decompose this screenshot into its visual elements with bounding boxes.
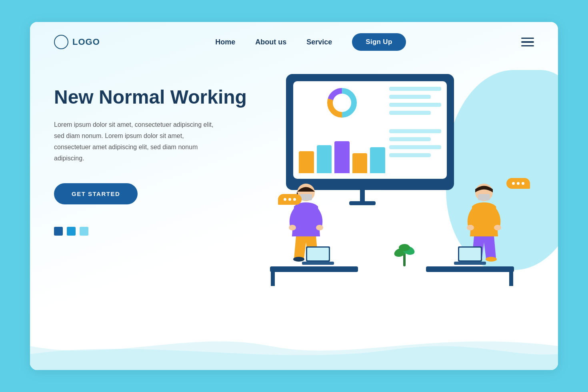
hamburger-menu-icon[interactable] xyxy=(521,38,534,47)
screen-line-4 xyxy=(389,111,431,115)
svg-rect-21 xyxy=(459,248,481,260)
chat-bubble-left xyxy=(278,194,302,205)
monitor-stand xyxy=(360,190,365,202)
navbar: LOGO Home About us Service Sign Up xyxy=(30,22,558,62)
dot-3 xyxy=(80,227,88,236)
svg-point-13 xyxy=(467,225,474,230)
hamburger-line-1 xyxy=(521,38,534,39)
svg-rect-12 xyxy=(478,194,490,200)
bar-2 xyxy=(317,145,332,173)
hero-section: New Normal Working Lorem ipsum dolor sit… xyxy=(30,62,558,310)
screen-spacer xyxy=(389,119,441,125)
svg-rect-22 xyxy=(454,262,486,265)
bottom-wave xyxy=(30,322,558,370)
screen-right xyxy=(389,87,441,173)
get-started-button[interactable]: GET STARTED xyxy=(54,183,138,204)
plant xyxy=(392,240,416,270)
nav-home[interactable]: Home xyxy=(215,38,235,46)
monitor-base xyxy=(349,201,376,205)
chat-bubble-right xyxy=(506,178,530,189)
nav-service[interactable]: Service xyxy=(306,38,332,46)
svg-point-7 xyxy=(289,225,296,230)
donut-chart xyxy=(299,87,385,119)
svg-point-16 xyxy=(486,257,497,262)
dot-2 xyxy=(67,227,76,236)
svg-point-26 xyxy=(399,244,410,251)
laptop-left xyxy=(302,246,334,267)
logo-text: LOGO xyxy=(72,37,100,47)
chat-dot-r3 xyxy=(522,182,524,185)
svg-rect-6 xyxy=(300,194,312,200)
desk-right-leg xyxy=(509,272,513,286)
laptop-right xyxy=(454,246,486,267)
chat-dot-2 xyxy=(288,198,291,201)
desk-left-leg xyxy=(271,272,275,286)
screen-left xyxy=(299,87,385,173)
signup-button[interactable]: Sign Up xyxy=(352,33,406,51)
svg-point-8 xyxy=(316,225,323,230)
hamburger-line-2 xyxy=(521,41,534,43)
svg-rect-18 xyxy=(307,248,329,260)
bar-5 xyxy=(370,147,385,173)
screen-line-6 xyxy=(389,137,431,141)
nav-about[interactable]: About us xyxy=(255,38,286,46)
screen-line-1 xyxy=(389,87,441,91)
svg-rect-19 xyxy=(302,262,334,265)
svg-point-14 xyxy=(494,225,501,230)
logo[interactable]: LOGO xyxy=(54,35,100,49)
bar-chart xyxy=(299,123,385,173)
hamburger-line-3 xyxy=(521,45,534,47)
nav-links: Home About us Service Sign Up xyxy=(215,33,406,51)
screen-line-8 xyxy=(389,153,431,157)
hero-left-content: New Normal Working Lorem ipsum dolor sit… xyxy=(54,70,262,236)
hero-illustration xyxy=(262,70,534,310)
main-card: LOGO Home About us Service Sign Up New N… xyxy=(30,22,558,370)
bar-3 xyxy=(334,141,350,173)
bar-1 xyxy=(299,151,314,173)
screen-line-3 xyxy=(389,103,441,107)
screen-line-2 xyxy=(389,95,431,99)
chat-dot-3 xyxy=(293,198,296,201)
svg-point-4 xyxy=(334,95,350,111)
bar-4 xyxy=(352,153,368,173)
logo-circle-icon xyxy=(54,35,68,49)
dot-1 xyxy=(54,227,63,236)
monitor-screen xyxy=(293,81,447,179)
hero-description: Lorem ipsum dolor sit amet, consectetuer… xyxy=(54,119,222,164)
chat-dot-r2 xyxy=(517,182,520,185)
chat-dot-r1 xyxy=(512,182,515,185)
chat-dot-1 xyxy=(284,198,286,201)
hero-title: New Normal Working xyxy=(54,86,262,108)
screen-line-7 xyxy=(389,145,441,149)
monitor xyxy=(286,74,454,190)
screen-line-5 xyxy=(389,129,441,133)
dots-row xyxy=(54,227,262,236)
